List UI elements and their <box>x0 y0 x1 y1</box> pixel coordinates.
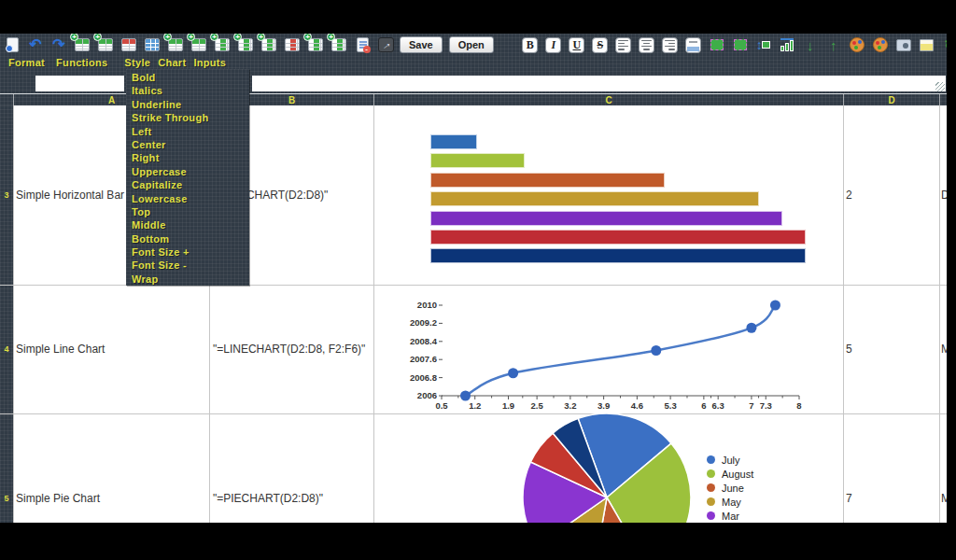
svg-text:1.9: 1.9 <box>502 400 514 411</box>
style-menu-item-top[interactable]: Top <box>132 205 249 218</box>
table-shape <box>215 38 230 51</box>
insert-row-end-icon[interactable]: + <box>190 35 208 54</box>
valign-bottom-icon[interactable] <box>684 35 703 54</box>
cell-b4[interactable]: "=LINECHART(D2:D8, F2:F6)" <box>213 343 365 356</box>
cell-e4[interactable]: M <box>941 343 947 356</box>
table-grid-icon[interactable] <box>143 35 162 54</box>
bold-icon[interactable]: B <box>521 35 540 54</box>
letter-shape: U <box>569 37 584 53</box>
cell-a5[interactable]: Simple Pie Chart <box>16 492 100 505</box>
bar-segment <box>430 211 782 226</box>
style-menu-item-bottom[interactable]: Bottom <box>132 232 249 245</box>
insert-row-start-icon[interactable]: + <box>166 35 185 54</box>
align-right-icon[interactable] <box>661 35 680 54</box>
export-icon[interactable]: → <box>376 35 395 54</box>
svg-text:6: 6 <box>701 400 706 411</box>
legend-label: July <box>722 455 740 466</box>
menu-chart[interactable]: Chart <box>158 56 186 69</box>
font-color-icon[interactable] <box>848 35 866 54</box>
legend-label: August <box>722 469 753 480</box>
table-shape <box>261 38 276 51</box>
delete-row-icon[interactable] <box>120 35 138 54</box>
style-menu-item-strike-through[interactable]: Strike Through <box>132 111 249 124</box>
row-height-icon[interactable]: ↕ <box>754 35 773 54</box>
insert-image-icon[interactable] <box>894 35 913 54</box>
bar-segment <box>430 134 477 149</box>
insert-row-below-icon[interactable]: + <box>96 35 115 54</box>
cell-a4[interactable]: Simple Line Chart <box>16 343 105 356</box>
legend-dot <box>707 497 715 506</box>
strikethrough-icon[interactable]: S <box>591 35 610 54</box>
menu-format[interactable]: Format <box>8 56 45 69</box>
cell-d4[interactable]: 5 <box>846 343 852 356</box>
style-menu-item-middle[interactable]: Middle <box>132 218 249 231</box>
cell-e5[interactable]: M <box>941 492 947 505</box>
style-menu-item-left[interactable]: Left <box>132 125 249 138</box>
undo-icon[interactable]: ↶ <box>26 35 45 54</box>
cell-d3[interactable]: 2 <box>846 189 852 202</box>
cell-e3[interactable]: De <box>941 189 947 202</box>
row-header-4[interactable]: 4 <box>0 344 13 354</box>
letter-shape: B <box>522 37 538 53</box>
align-center-icon[interactable] <box>638 35 656 54</box>
arrow-up-icon[interactable]: ↑ <box>824 35 843 54</box>
row-header-3[interactable]: 3 <box>0 190 13 200</box>
delete-sheet-icon[interactable]: - <box>353 35 372 54</box>
menu-inputs[interactable]: Inputs <box>193 56 226 69</box>
cell-d5[interactable]: 7 <box>846 492 852 505</box>
valign-shape <box>685 37 701 53</box>
refresh-icon[interactable]: ↻ <box>941 35 947 54</box>
style-menu-item-uppercase[interactable]: Uppercase <box>132 165 249 178</box>
save-button[interactable]: Save <box>400 36 443 53</box>
open-button[interactable]: Open <box>449 36 494 53</box>
style-menu-item-italics[interactable]: Italics <box>132 84 249 97</box>
merge-shape <box>734 39 747 50</box>
cell-b5[interactable]: "=PIECHART(D2:D8)" <box>213 492 323 505</box>
insert-column-right-icon[interactable]: + <box>236 35 255 54</box>
background-color-icon[interactable] <box>871 35 890 54</box>
legend-item-june: June <box>707 481 744 495</box>
gridline-vertical <box>13 105 14 523</box>
style-menu-item-bold[interactable]: Bold <box>132 71 249 84</box>
glyph: ↓ <box>807 38 814 52</box>
glyph: ↷ <box>52 37 64 52</box>
style-menu-item-center[interactable]: Center <box>132 138 249 151</box>
save-file-icon[interactable] <box>3 35 21 54</box>
formula-input[interactable] <box>252 76 946 91</box>
align-left-icon[interactable] <box>614 35 633 54</box>
style-menu-item-lowercase[interactable]: Lowercase <box>132 192 249 205</box>
toolbar: ↶↷+++++++++-→ Save Open BIUS↕↓↑↻ <box>0 34 947 56</box>
style-menu-item-font-size-[interactable]: Font Size - <box>132 259 249 272</box>
redo-icon[interactable]: ↷ <box>49 35 68 54</box>
menu-functions[interactable]: Functions <box>56 56 107 69</box>
delete-column-icon[interactable] <box>283 35 302 54</box>
insert-column-end-icon[interactable]: + <box>330 35 348 54</box>
name-box-input[interactable] <box>35 76 124 91</box>
svg-text:4.6: 4.6 <box>631 400 643 411</box>
style-menu-item-font-size-[interactable]: Font Size + <box>132 245 249 259</box>
italic-icon[interactable]: I <box>544 35 563 54</box>
style-menu-item-wrap[interactable]: Wrap <box>132 273 249 286</box>
letter-shape: I <box>545 37 561 53</box>
style-menu-item-capitalize[interactable]: Capitalize <box>132 178 249 191</box>
insert-row-above-icon[interactable]: + <box>73 35 91 54</box>
unmerge-cells-icon[interactable] <box>731 35 750 54</box>
table-shape <box>145 38 160 51</box>
insert-column-start-icon[interactable]: + <box>306 35 325 54</box>
legend-label: May <box>722 497 741 508</box>
align-shape <box>662 37 678 53</box>
merge-cells-icon[interactable] <box>708 35 726 54</box>
column-width-icon[interactable] <box>778 35 796 54</box>
insert-column-left-icon[interactable]: + <box>213 35 232 54</box>
move-column-icon[interactable]: + <box>260 35 278 54</box>
underline-icon[interactable]: U <box>568 35 586 54</box>
menu-style[interactable]: Style <box>124 56 150 69</box>
style-menu-item-underline[interactable]: Underline <box>132 98 249 111</box>
row-header-5[interactable]: 5 <box>0 494 13 503</box>
formula-resize-grip[interactable] <box>935 82 945 91</box>
arrow-down-icon[interactable]: ↓ <box>801 35 820 54</box>
table-shape <box>191 38 206 51</box>
cell-style-icon[interactable] <box>918 35 936 54</box>
svg-text:2010: 2010 <box>417 300 437 310</box>
style-menu-item-right[interactable]: Right <box>132 151 249 164</box>
